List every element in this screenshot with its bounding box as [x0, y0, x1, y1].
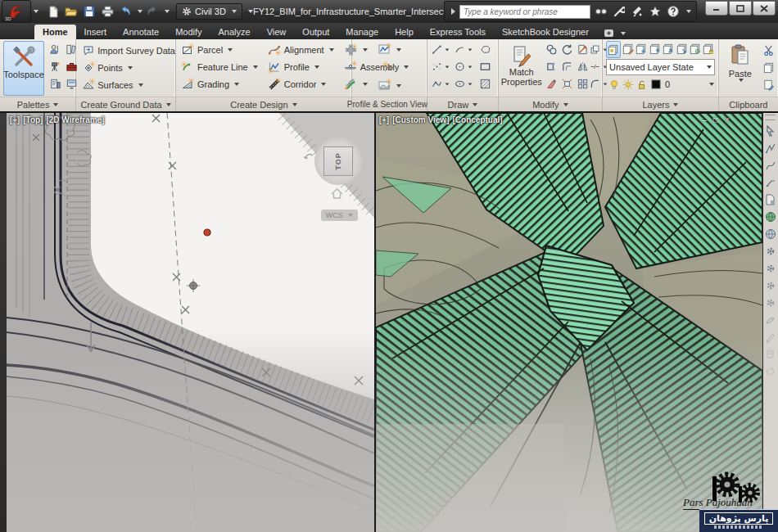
- mirror-button[interactable]: [575, 59, 590, 74]
- layer-lock-button[interactable]: [702, 41, 714, 56]
- line-button[interactable]: [432, 42, 450, 57]
- viewcube-home-icon[interactable]: [331, 188, 343, 199]
- viewcube[interactable]: TOP: [314, 138, 362, 185]
- tab-help[interactable]: Help: [387, 25, 422, 39]
- palettes-panel-label[interactable]: Palettes: [0, 97, 75, 111]
- app-menu-arrow-icon[interactable]: [34, 10, 38, 13]
- spline-tool-icon[interactable]: [763, 156, 777, 174]
- ribbon-minimize-icon[interactable]: [604, 29, 617, 38]
- cut-button[interactable]: [760, 43, 778, 58]
- polyline-tool-icon[interactable]: [763, 139, 777, 156]
- leader-tool-icon[interactable]: [763, 174, 777, 191]
- application-menu-button[interactable]: 3D: [2, 0, 31, 23]
- select-tool-icon[interactable]: [763, 122, 777, 139]
- alignment-button[interactable]: Alignment: [265, 41, 337, 58]
- undo-split-arrow-icon[interactable]: [138, 10, 142, 13]
- exchange-apps-button[interactable]: [612, 4, 626, 19]
- point-group-tool-icon[interactable]: [763, 277, 777, 294]
- tab-modify[interactable]: Modify: [167, 25, 210, 39]
- help-button[interactable]: [666, 4, 681, 19]
- corridor-button[interactable]: Corridor: [265, 75, 337, 92]
- drawing-restore-button[interactable]: □: [713, 115, 718, 124]
- toolbar-grip[interactable]: [765, 115, 776, 120]
- tab-manage[interactable]: Manage: [337, 25, 387, 39]
- infocenter-collapse-icon[interactable]: [450, 7, 456, 16]
- layer-states-button[interactable]: [622, 41, 634, 56]
- plot-button[interactable]: [99, 3, 115, 20]
- view-menu[interactable]: [Top]: [23, 115, 43, 124]
- survey-toolspace-button[interactable]: [46, 59, 64, 74]
- tab-analyze[interactable]: Analyze: [210, 25, 259, 39]
- undo-button[interactable]: [117, 3, 133, 20]
- rotate-button[interactable]: [559, 42, 574, 57]
- drawing-close-button[interactable]: ×: [725, 115, 730, 124]
- search-button[interactable]: [594, 4, 608, 19]
- erase-button[interactable]: [544, 76, 559, 92]
- point-cloud-tool-icon[interactable]: [763, 294, 777, 311]
- ribbon-minimize-arrow-icon[interactable]: [621, 32, 626, 35]
- toolspace-button[interactable]: Toolspace: [3, 41, 44, 96]
- arc-button[interactable]: [455, 42, 473, 57]
- offset-button[interactable]: [559, 59, 574, 74]
- unlock-icon[interactable]: [635, 78, 649, 92]
- minimize-button[interactable]: [705, 1, 728, 16]
- redo-button[interactable]: [144, 3, 161, 20]
- copy-button[interactable]: [544, 42, 559, 57]
- viewcube-rotate-icon[interactable]: [303, 152, 314, 164]
- clipboard-panel-label[interactable]: Clipboard: [719, 97, 778, 111]
- parcel-button[interactable]: Parcel: [179, 41, 260, 58]
- profile-section-views-panel-label[interactable]: Profile & Section Views: [352, 97, 427, 111]
- circle-button[interactable]: [455, 59, 473, 74]
- tab-annotate[interactable]: Annotate: [115, 25, 167, 39]
- paste-button[interactable]: Paste: [724, 41, 757, 96]
- light-bulb-icon[interactable]: [607, 78, 621, 92]
- tab-output[interactable]: Output: [294, 25, 337, 39]
- wcs-menu[interactable]: WCS: [321, 210, 358, 221]
- tab-sketchbook-designer[interactable]: SketchBook Designer: [494, 25, 597, 39]
- create-design-panel-label[interactable]: Create Design: [176, 97, 351, 111]
- maximize-button[interactable]: [729, 1, 752, 16]
- marker-tool-icon[interactable]: [763, 345, 777, 363]
- pencil-tool-icon[interactable]: [763, 328, 777, 345]
- grading-button[interactable]: Grading: [179, 75, 260, 92]
- globe-tool-icon[interactable]: [763, 225, 777, 242]
- tab-insert[interactable]: Insert: [76, 25, 115, 39]
- drawing-minimize-button[interactable]: –: [702, 115, 707, 124]
- sun-icon[interactable]: [621, 78, 635, 92]
- viewport-controls-menu[interactable]: [+]: [379, 115, 390, 124]
- new-button[interactable]: [45, 3, 61, 20]
- tab-home[interactable]: Home: [34, 25, 76, 39]
- modify-panel-label[interactable]: Modify: [499, 97, 602, 111]
- import-survey-data-button[interactable]: Import Survey Data: [79, 42, 178, 59]
- points-button[interactable]: Points: [79, 59, 178, 76]
- layer-properties-button[interactable]: [606, 41, 620, 58]
- visual-style-menu[interactable]: [Conceptual]: [452, 115, 502, 124]
- point-button[interactable]: [432, 59, 450, 74]
- favorites-button[interactable]: [648, 4, 663, 19]
- tab-view[interactable]: View: [259, 25, 295, 39]
- layer-state-select[interactable]: Unsaved Layer State: [606, 59, 715, 75]
- stretch-button[interactable]: [544, 59, 559, 74]
- copy-clip-button[interactable]: [760, 60, 778, 75]
- workspace-switcher[interactable]: Civil 3D: [176, 3, 242, 20]
- surfaces-button[interactable]: Surfaces: [79, 76, 178, 93]
- point-label-tool-icon[interactable]: [763, 259, 777, 277]
- rectangle-button[interactable]: [477, 59, 495, 74]
- ellipse-button[interactable]: [455, 76, 473, 92]
- point-style-tool-icon[interactable]: [763, 242, 777, 259]
- layer-select[interactable]: 0: [606, 76, 715, 92]
- save-button[interactable]: [81, 3, 97, 20]
- redo-split-arrow-icon[interactable]: [165, 10, 170, 13]
- help-arrow-icon[interactable]: [686, 10, 691, 13]
- polyline-button[interactable]: [432, 76, 450, 92]
- paste-special-button[interactable]: [760, 77, 778, 92]
- sketch-tool-icon[interactable]: [763, 311, 777, 328]
- properties-palette-button[interactable]: [46, 42, 64, 57]
- revision-cloud-button[interactable]: [477, 42, 495, 57]
- panorama-button[interactable]: [46, 76, 64, 92]
- attach-tool-icon[interactable]: [763, 191, 777, 208]
- viewport-controls-menu[interactable]: [+]: [10, 115, 20, 124]
- viewcube-top-face[interactable]: TOP: [323, 147, 353, 176]
- layer-freeze-button[interactable]: [635, 41, 647, 56]
- profile-view-button[interactable]: [375, 41, 404, 58]
